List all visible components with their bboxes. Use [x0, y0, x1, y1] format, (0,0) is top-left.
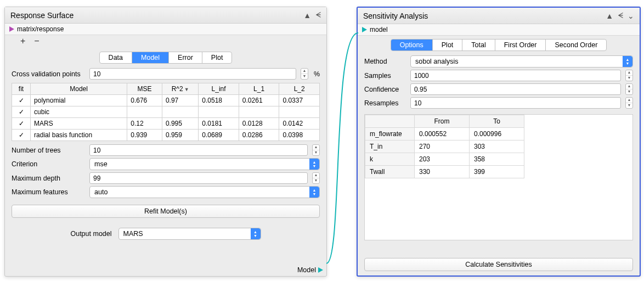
cv-stepper[interactable]: ▲▼: [301, 68, 308, 80]
input-port-label: matrix/response: [17, 25, 64, 33]
sensitivity-panel: Sensitivity Analysis ▲ ᗕ ⌄ model Options…: [357, 7, 641, 277]
cv-input[interactable]: [89, 68, 296, 80]
maxfeat-select[interactable]: auto ▲▼: [89, 186, 320, 198]
maxdepth-stepper[interactable]: ▲▼: [312, 172, 320, 184]
criterion-select[interactable]: mse ▲▼: [89, 158, 320, 170]
col-linf[interactable]: L_inf: [199, 83, 239, 95]
check-icon: ✓: [19, 108, 24, 116]
params-table: From To m_flowrate 0.0005520.000996 T_in…: [365, 115, 632, 178]
model-name: radial basis function: [31, 130, 127, 141]
col-l1[interactable]: L_1: [239, 83, 279, 95]
model-name: MARS: [31, 118, 127, 130]
tab-total[interactable]: Total: [462, 40, 495, 50]
input-port-bar: matrix/response: [5, 24, 326, 35]
table-row[interactable]: m_flowrate 0.0005520.000996: [365, 128, 632, 140]
samples-input[interactable]: [410, 70, 621, 81]
check-icon: ✓: [19, 120, 24, 127]
chevron-down-icon[interactable]: ⌄: [628, 12, 634, 20]
col-from: From: [415, 115, 470, 128]
refit-button[interactable]: Refit Model(s): [12, 205, 320, 218]
input-port-label: model: [370, 26, 388, 33]
col-r2[interactable]: R^2▼: [162, 83, 198, 95]
response-surface-panel: Response Surface ▲ ᗕ matrix/response + −…: [4, 7, 327, 277]
tab-switcher: Data Model Error Plot: [99, 52, 233, 64]
param-name: Twall: [365, 166, 415, 178]
param-name: m_flowrate: [365, 128, 415, 140]
cv-pct: %: [314, 70, 320, 78]
cv-label: Cross validation points: [12, 70, 86, 78]
input-port-icon: [362, 27, 367, 32]
tab-options[interactable]: Options: [391, 40, 433, 50]
params-table-wrap: From To m_flowrate 0.0005520.000996 T_in…: [364, 114, 633, 240]
samples-stepper[interactable]: ▲▼: [625, 70, 633, 81]
param-name: T_in: [365, 140, 415, 153]
run-icon[interactable]: ᗕ: [315, 10, 321, 20]
col-l2[interactable]: L_2: [279, 83, 320, 95]
table-row[interactable]: Twall 330399: [365, 166, 632, 178]
col-model[interactable]: Model: [31, 83, 127, 95]
tab-second-order[interactable]: Second Order: [546, 40, 606, 50]
output-model-label: Output model: [70, 230, 111, 238]
check-icon: ✓: [19, 97, 24, 104]
samples-label: Samples: [364, 72, 407, 80]
maxdepth-input[interactable]: [89, 172, 308, 184]
table-row[interactable]: ✓ MARS 0.120.995 0.01810.01280.0142: [12, 118, 320, 130]
criterion-label: Criterion: [12, 160, 86, 168]
ntrees-input[interactable]: [89, 144, 308, 156]
model-name: polynomial: [31, 95, 127, 106]
tab-plot[interactable]: Plot: [202, 52, 232, 63]
add-icon[interactable]: +: [20, 36, 25, 46]
maxfeat-label: Maximum features: [12, 188, 86, 196]
panel-title: Sensitivity Analysis: [363, 12, 601, 20]
col-mse[interactable]: MSE: [127, 83, 162, 95]
table-row[interactable]: ✓ cubic: [12, 106, 320, 118]
tab-switcher: Options Plot Total First Order Second Or…: [391, 39, 607, 51]
param-name: k: [365, 153, 415, 166]
run-icon[interactable]: ᗕ: [618, 11, 623, 20]
titlebar: Response Surface ▲ ᗕ: [5, 7, 326, 24]
output-port-label: Model: [297, 266, 316, 274]
output-model-select[interactable]: MARS ▲▼: [118, 228, 261, 240]
confidence-stepper[interactable]: ▲▼: [625, 83, 633, 95]
calculate-button[interactable]: Calculate Sensitivities: [364, 258, 633, 271]
col-fit[interactable]: fit: [12, 83, 31, 95]
col-name: [365, 115, 415, 128]
panel-title: Response Surface: [10, 11, 299, 20]
confidence-label: Confidence: [364, 86, 407, 93]
ntrees-label: Number of trees: [12, 147, 86, 154]
tab-model[interactable]: Model: [132, 52, 169, 63]
tab-plot[interactable]: Plot: [433, 40, 463, 50]
remove-icon[interactable]: −: [34, 36, 39, 46]
input-port-bar: model: [358, 24, 640, 36]
table-row[interactable]: T_in 270303: [365, 140, 632, 153]
col-to: To: [470, 115, 524, 128]
resamples-input[interactable]: [410, 97, 621, 109]
titlebar: Sensitivity Analysis ▲ ᗕ ⌄: [358, 8, 640, 24]
resamples-label: Resamples: [364, 99, 407, 107]
table-row[interactable]: ✓ polynomial 0.6760.97 0.05180.02610.033…: [12, 95, 320, 106]
models-table: fit Model MSE R^2▼ L_inf L_1 L_2 ✓ polyn…: [12, 83, 320, 141]
ntrees-stepper[interactable]: ▲▼: [312, 144, 320, 156]
maxdepth-label: Maximum depth: [12, 175, 86, 182]
warning-icon[interactable]: ▲: [303, 11, 311, 20]
warning-icon[interactable]: ▲: [606, 12, 613, 20]
check-icon: ✓: [19, 131, 24, 139]
tab-data[interactable]: Data: [100, 52, 132, 63]
table-row[interactable]: ✓ radial basis function 0.9390.959 0.068…: [12, 130, 320, 141]
tab-first-order[interactable]: First Order: [495, 40, 546, 50]
confidence-input[interactable]: [410, 83, 621, 95]
tab-error[interactable]: Error: [169, 52, 202, 63]
model-name: cubic: [31, 106, 127, 118]
input-port-icon: [9, 26, 14, 32]
resamples-stepper[interactable]: ▲▼: [625, 97, 633, 109]
method-label: Method: [364, 58, 407, 65]
method-select[interactable]: sobol analysis ▲▼: [410, 55, 633, 68]
table-row[interactable]: k 203358: [365, 153, 632, 166]
output-port-icon: [318, 267, 323, 273]
